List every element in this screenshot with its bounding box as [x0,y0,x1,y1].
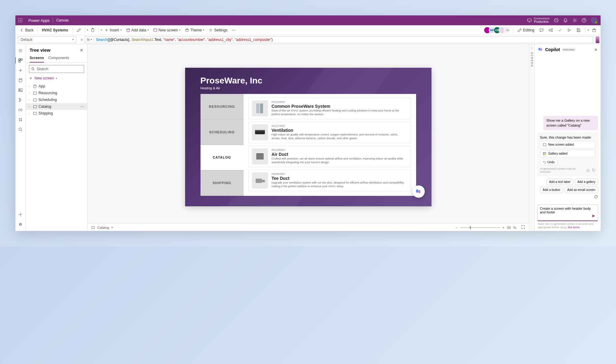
canvas-nav-shipping[interactable]: SHIPPING [201,170,244,196]
change-chip-screen[interactable]: New screen added [540,141,595,148]
see-terms-link[interactable]: See terms [568,226,580,229]
property-value: Default [21,38,32,42]
undo-label: Undo [547,160,555,164]
tree-view-button[interactable] [16,56,25,65]
variables-rail-button[interactable]: (x) [16,105,25,114]
canvas-nav-scheduling[interactable]: SCHEDULING [201,119,244,145]
share-button[interactable] [547,27,555,34]
refresh-suggestions-button[interactable] [594,195,598,200]
edit-menu-button[interactable] [75,27,83,34]
tree-item-catalog[interactable]: ›Catalog⋯ [26,103,87,110]
chevron-down-icon[interactable]: ▾ [588,29,589,31]
thumbs-up-icon[interactable] [586,168,590,172]
tab-components[interactable]: Components [48,54,69,62]
product-card[interactable]: #55354567Tee DuctUpgrade your ventilatio… [249,170,411,191]
suggestion-button[interactable]: Add a text label [546,179,573,185]
properties-panel-label[interactable]: SCREEN [530,52,533,67]
preview-button[interactable] [565,27,573,34]
change-chip-gallery[interactable]: Gallery added [540,150,595,157]
chevron-down-icon: ▾ [91,38,92,41]
property-dropdown[interactable]: Default ▾ [18,36,76,43]
tree-item-app[interactable]: ›App [26,83,87,90]
notifications-icon[interactable] [563,18,568,23]
canvas[interactable]: ProseWare, Inc Heating & Air RESOURCINGS… [185,68,432,206]
thumbs-down-icon[interactable] [592,168,595,172]
settings-rail-button[interactable] [16,210,25,219]
chevron-down-icon[interactable]: ▾ [101,29,102,31]
presence-more[interactable]: +3 [504,27,510,34]
presence-avatars[interactable]: MPCB+3 [486,27,510,34]
virtual-agent-button[interactable] [16,220,25,229]
send-button[interactable]: ➤ [591,213,595,219]
more-icon[interactable]: ⋯ [80,104,84,109]
screen-icon [91,226,95,229]
product-card[interactable]: #01234567Common ProseWare SystemState-of… [249,98,411,119]
chevron-down-icon[interactable]: ▾ [87,29,88,31]
tree-search-input[interactable]: Search [29,65,84,73]
search-rail-button[interactable] [16,125,25,134]
clipboard-icon [91,28,95,32]
formula-input[interactable]: Search([@Contacts], SearchInput1.Text, "… [94,38,593,42]
app-launcher[interactable] [15,18,25,22]
canvas-nav-catalog[interactable]: CATALOG [201,145,244,171]
fit-to-window-button[interactable] [521,225,525,230]
hamburger-button[interactable] [16,46,25,55]
close-panel-button[interactable]: ✕ [80,48,83,53]
editing-mode-button[interactable]: Editing [516,27,536,34]
suggestion-button[interactable]: Add a gallery [575,179,598,185]
suggestion-button[interactable]: Add a button [540,187,563,193]
chevron-down-icon[interactable]: ▾ [111,226,113,229]
zoom-in-button[interactable]: + [503,226,505,229]
insert-rail-button[interactable] [16,66,25,75]
equals-sign: = [79,38,85,42]
new-screen-button[interactable]: New screen ▾ [151,27,182,34]
copilot-header-icon[interactable] [554,18,559,23]
publish-button[interactable] [590,27,598,34]
copilot-fab[interactable] [412,185,425,198]
zoom-slider[interactable] [460,227,500,228]
user-avatar[interactable] [591,17,598,24]
theme-button[interactable]: Theme ▾ [183,27,206,34]
format-color-strip[interactable] [596,36,599,43]
tree-item-resourcing[interactable]: ›Resourcing [26,90,87,96]
settings-button[interactable]: Settings [207,27,229,34]
tree-item-scheduling[interactable]: ›Scheduling [26,96,87,103]
zoom-out-button[interactable]: − [456,226,457,229]
product-name: Ventilation [272,128,408,133]
product-card[interactable]: #61274567VentilationHigh indoor air qual… [249,122,411,143]
svg-rect-37 [34,105,37,108]
svg-point-2 [22,18,22,19]
new-screen-button[interactable]: New screen ▾ [29,76,84,80]
comments-button[interactable] [537,27,545,34]
status-screen-name[interactable]: Catalog [97,226,109,229]
canvas-nav-resourcing[interactable]: RESOURCING [201,94,244,119]
product-card[interactable]: #51235567Air DuctCrafted with precision,… [249,146,411,167]
expand-properties-button[interactable]: ‹ [531,46,532,50]
checker-button[interactable] [556,27,564,34]
insert-button[interactable]: Insert ▾ [103,27,124,34]
power-automate-rail-button[interactable] [16,95,25,104]
tree-item-label: Resourcing [38,91,57,95]
copilot-input[interactable]: Create a screen with header body and foo… [537,204,598,221]
tree-item-shipping[interactable]: ›Shipping [26,110,87,117]
add-data-button[interactable]: Add data ▾ [124,27,151,34]
svg-point-5 [22,20,22,21]
paste-button[interactable] [89,27,97,34]
media-rail-button[interactable] [16,86,25,94]
advanced-tools-button[interactable] [16,115,25,124]
fx-button[interactable]: fx▾ [85,38,94,42]
settings-icon[interactable] [572,18,577,23]
close-copilot-button[interactable]: ✕ [594,47,598,52]
suggestion-button[interactable]: Add an email screen [565,187,598,193]
zoom-value: 50 [507,226,511,229]
user-message: Show me a Gallery on a new screen called… [543,116,598,130]
undo-button[interactable]: Undo [540,159,557,165]
environment-picker[interactable]: Environment Production [534,17,549,24]
product-name[interactable]: Power Apps [25,18,53,23]
more-button[interactable]: ⋯ [230,27,238,34]
data-rail-button[interactable] [16,76,25,84]
help-icon[interactable] [582,18,586,23]
save-button[interactable] [574,27,582,34]
tab-screens[interactable]: Screens [30,54,44,63]
back-button[interactable]: Back [18,27,35,34]
